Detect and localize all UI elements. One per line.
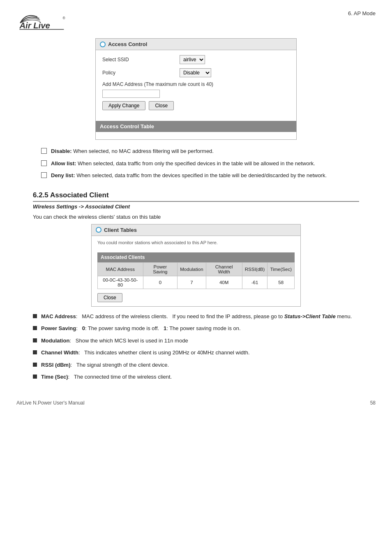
access-control-header: Access Control xyxy=(96,39,296,50)
access-control-panel: Access Control Select SSID airlive Polic… xyxy=(95,38,297,140)
col-power: Power Saving xyxy=(143,262,178,276)
section-625-heading: 6.2.5 Associated Client xyxy=(33,191,359,202)
access-control-title: Access Control xyxy=(108,41,147,47)
cell-mac: 00-0C-43-30-50-80 xyxy=(98,276,143,289)
sq-bullet-4 xyxy=(33,350,37,354)
rssi-item: RSSI (dBm): The signal strength of the c… xyxy=(33,361,359,369)
deny-list-text: Deny list: When selected, data traffic f… xyxy=(51,171,327,180)
col-time: Time(Sec) xyxy=(267,262,295,276)
page-reference: 6. AP Mode xyxy=(348,10,376,16)
checkbox-disable xyxy=(41,148,47,154)
modulation-desc: Modulation: Show the which MCS level is … xyxy=(41,337,188,345)
ssid-select[interactable]: airlive xyxy=(180,55,205,64)
col-rssi: RSSI(dB) xyxy=(242,262,267,276)
action-buttons: Apply Change Close xyxy=(102,101,290,110)
access-control-table-header: Access Control Table xyxy=(96,121,296,132)
ssid-row: Select SSID airlive xyxy=(102,55,290,64)
policy-description-list: Disable: When selected, no MAC address f… xyxy=(41,147,351,180)
footer-page: 58 xyxy=(370,400,376,406)
client-tables-header: Client Tables xyxy=(92,224,300,236)
time-sec-desc: Time (Sec): The connected time of the wi… xyxy=(41,373,172,381)
mac-addr-row: Add MAC Address (The maximum rule count … xyxy=(102,81,290,98)
field-descriptions-list: MAC Address: MAC address of the wireless… xyxy=(33,312,359,381)
policy-label: Policy xyxy=(102,70,176,76)
cell-mod: 7 xyxy=(178,276,206,289)
cell-chan: 40M xyxy=(206,276,242,289)
client-tables-panel: Client Tables You could monitor stations… xyxy=(91,224,301,307)
footer-left: AirLive N.Power User's Manual xyxy=(16,400,85,406)
policy-row: Policy Disable Allow list Deny list xyxy=(102,68,290,77)
sq-bullet-3 xyxy=(33,338,37,342)
col-mac: MAC Address xyxy=(98,262,143,276)
cell-rssi: -61 xyxy=(242,276,267,289)
checkbox-allow xyxy=(41,160,47,166)
ssid-label: Select SSID xyxy=(102,57,176,62)
disable-item: Disable: When selected, no MAC address f… xyxy=(41,147,351,155)
subheading-text: Wireless Settings -> Associated Client xyxy=(33,204,130,210)
client-panel-body: You could monitor stations which associa… xyxy=(92,236,300,306)
policy-select[interactable]: Disable Allow list Deny list xyxy=(180,68,211,77)
mac-address-desc: MAC Address: MAC address of the wireless… xyxy=(41,312,352,321)
power-saving-desc: Power Saving: 0: The power saving mode i… xyxy=(41,324,241,333)
modulation-item: Modulation: Show the which MCS level is … xyxy=(33,337,359,345)
sq-bullet-5 xyxy=(33,363,37,367)
table-header-row: MAC Address Power Saving Modulation Chan… xyxy=(98,262,295,276)
col-mod: Modulation xyxy=(178,262,206,276)
cell-time: 58 xyxy=(267,276,295,289)
section-625-intro: You can check the wireless clients' stat… xyxy=(33,214,359,220)
svg-text:®: ® xyxy=(63,16,65,20)
associated-clients-table: MAC Address Power Saving Modulation Chan… xyxy=(97,262,295,289)
allow-list-item: Allow list: When selected, data traffic … xyxy=(41,160,351,168)
client-panel-note: You could monitor stations which associa… xyxy=(97,240,295,245)
table-row: 00-0C-43-30-50-80 0 7 40M -61 58 xyxy=(98,276,295,289)
section-625: 6.2.5 Associated Client Wireless Setting… xyxy=(33,191,359,220)
close-button-access[interactable]: Close xyxy=(149,101,174,110)
deny-list-item: Deny list: When selected, data traffic f… xyxy=(41,171,351,180)
access-control-body: Select SSID airlive Policy Disable Allow… xyxy=(96,50,296,118)
assoc-clients-header: Associated Clients xyxy=(97,252,295,262)
mac-address-item: MAC Address: MAC address of the wireless… xyxy=(33,312,359,321)
airlive-logo: Air Live ® xyxy=(16,8,66,31)
allow-list-text: Allow list: When selected, data traffic … xyxy=(51,160,315,168)
disable-text: Disable: When selected, no MAC address f… xyxy=(51,147,214,155)
channel-width-item: Channel Width: This indicates whether cl… xyxy=(33,349,359,357)
client-panel-icon xyxy=(96,227,101,233)
channel-width-desc: Channel Width: This indicates whether cl… xyxy=(41,349,250,357)
page-header: Air Live ® 6. AP Mode xyxy=(16,8,376,31)
panel-icon xyxy=(100,42,106,47)
section-625-subheading: Wireless Settings -> Associated Client xyxy=(33,204,359,210)
cell-power: 0 xyxy=(143,276,178,289)
svg-text:Air Live: Air Live xyxy=(19,21,50,30)
panel-bottom-spacer xyxy=(96,132,296,139)
col-chan: Channel Width xyxy=(206,262,242,276)
rssi-desc: RSSI (dBm): The signal strength of the c… xyxy=(41,361,169,369)
logo-area: Air Live ® xyxy=(16,8,66,31)
mac-label: Add MAC Address (The maximum rule count … xyxy=(102,81,290,87)
sq-bullet-6 xyxy=(33,375,37,379)
sq-bullet-1 xyxy=(33,314,37,318)
page-footer: AirLive N.Power User's Manual 58 xyxy=(16,398,376,406)
checkbox-deny xyxy=(41,172,47,178)
client-tables-title: Client Tables xyxy=(104,227,137,233)
mac-input[interactable] xyxy=(102,90,160,98)
apply-change-button[interactable]: Apply Change xyxy=(102,101,145,110)
close-button-client[interactable]: Close xyxy=(97,293,122,302)
time-sec-item: Time (Sec): The connected time of the wi… xyxy=(33,373,359,381)
power-saving-item: Power Saving: 0: The power saving mode i… xyxy=(33,324,359,333)
sq-bullet-2 xyxy=(33,326,37,330)
